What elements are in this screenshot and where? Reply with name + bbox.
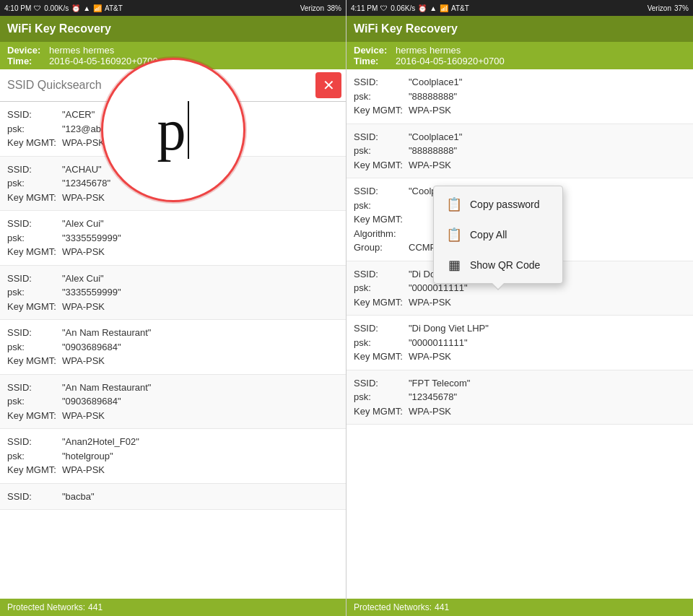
list-item: SSID:"Coolplace1" psk:"88888888" Key MGM… (346, 69, 693, 124)
copy-password-menu-item[interactable]: 📋 Copy password (434, 189, 562, 220)
left-battery: 38% (327, 4, 341, 12)
copy-all-icon: 📋 (445, 227, 463, 243)
magnifier-content: p (157, 101, 189, 159)
list-item-with-menu[interactable]: SSID:"Coolplace1" psk: Key MGMT: Algorit… (346, 178, 693, 261)
left-signal-icon: 📶 (93, 4, 102, 12)
list-item: SSID:"Coolplace1" psk:"88888888" Key MGM… (346, 124, 693, 179)
left-search-clear-button[interactable]: ✕ (315, 72, 341, 98)
list-item: SSID:"bacba" (0, 484, 346, 511)
right-device-value: hermes hermes (396, 45, 461, 56)
show-qr-menu-item[interactable]: ▦ Show QR Code (434, 250, 562, 280)
left-protected-count: 441 (88, 602, 103, 612)
right-wifi-icon: ▲ (430, 4, 437, 12)
ssid-label: SSID: (7, 108, 58, 122)
context-menu: 📋 Copy password 📋 Copy All ▦ Show QR Cod… (433, 186, 563, 284)
right-bottom-bar: Protected Networks: 441 (346, 599, 693, 616)
left-device-label: Device: (7, 45, 43, 56)
list-item: SSID:"Anan2Hotel_F02" psk:"hotelgroup" K… (0, 429, 346, 484)
right-status-bar: 4:11 PM 🛡 0.06K/s ⏰ ▲ 📶 AT&T Verizon 37% (346, 0, 693, 16)
copy-all-menu-item[interactable]: 📋 Copy All (434, 220, 562, 250)
right-protected-label: Protected Networks: (354, 602, 432, 612)
right-battery: 37% (674, 4, 689, 12)
left-bottom-bar: Protected Networks: 441 (0, 599, 346, 616)
list-item: SSID:"Alex Cui" psk:"3335559999" Key MGM… (0, 211, 346, 266)
left-carrier: AT&T (105, 4, 123, 12)
right-app-header: WiFi Key Recovery (346, 16, 693, 42)
list-item: SSID:"FPT Telecom" psk:"12345678" Key MG… (346, 370, 693, 425)
right-carrier: AT&T (451, 4, 469, 12)
right-carrier2: Verizon (648, 4, 671, 12)
list-item: SSID:"Alex Cui" psk:"3335559999" Key MGM… (0, 266, 346, 321)
context-menu-arrow-inner (492, 282, 505, 289)
left-panel: 4:10 PM 🛡 0.00K/s ⏰ ▲ 📶 AT&T Verizon 38%… (0, 0, 346, 616)
right-speed: 0.06K/s (391, 4, 415, 12)
left-time: 4:10 PM (4, 4, 31, 12)
text-cursor (188, 101, 189, 159)
left-alarm-icon: ⏰ (71, 4, 80, 12)
keymgmt-label: Key MGMT: (7, 136, 58, 150)
left-shield-icon: 🛡 (34, 4, 41, 12)
magnifier-letter: p (157, 101, 186, 159)
left-status-bar: 4:10 PM 🛡 0.00K/s ⏰ ▲ 📶 AT&T Verizon 38% (0, 0, 346, 16)
left-speed: 0.00K/s (44, 4, 69, 12)
list-item: SSID:"An Nam Restaurant" psk:"0903689684… (0, 375, 346, 430)
right-signal-icon: 📶 (440, 4, 448, 12)
magnifier-overlay: p (101, 58, 245, 202)
right-device-info: Device: hermes hermes Time: 2016-04-05-1… (346, 42, 693, 69)
right-panel: 4:11 PM 🛡 0.06K/s ⏰ ▲ 📶 AT&T Verizon 37%… (346, 0, 693, 616)
qr-icon: ▦ (445, 257, 463, 273)
left-device-value: hermes hermes (49, 45, 114, 56)
list-item: SSID:"An Nam Restaurant" psk:"0903689684… (0, 320, 346, 375)
right-alarm-icon: ⏰ (418, 4, 427, 12)
left-app-header: WiFi Key Recovery (0, 16, 346, 42)
copy-all-label: Copy All (470, 229, 507, 240)
right-device-label: Device: (354, 45, 390, 56)
right-time: 4:11 PM (351, 4, 378, 12)
left-time-label: Time: (7, 56, 43, 66)
left-wifi-icon: ▲ (83, 4, 90, 12)
right-wifi-list[interactable]: SSID:"Coolplace1" psk:"88888888" Key MGM… (346, 69, 693, 599)
right-shield-icon: 🛡 (380, 4, 388, 12)
psk-label: psk: (7, 122, 58, 136)
right-protected-count: 441 (435, 602, 449, 612)
copy-password-label: Copy password (470, 199, 540, 210)
show-qr-label: Show QR Code (470, 259, 540, 271)
right-header-title: WiFi Key Recovery (354, 22, 458, 35)
left-protected-label: Protected Networks: (7, 602, 85, 612)
left-header-title: WiFi Key Recovery (7, 22, 111, 35)
copy-password-icon: 📋 (445, 196, 463, 212)
left-carrier2: Verizon (300, 4, 324, 12)
right-time-value: 2016-04-05-160920+0700 (396, 56, 505, 66)
right-time-label: Time: (354, 56, 390, 66)
list-item: SSID:"Di Dong Viet LHP" psk:"0000011111"… (346, 316, 693, 370)
